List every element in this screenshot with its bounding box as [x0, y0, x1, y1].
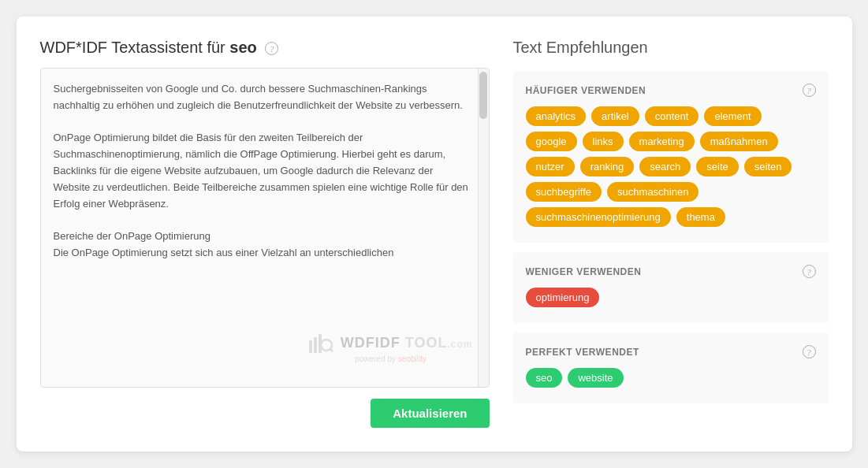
tag-nutzer[interactable]: nutzer [526, 157, 575, 176]
section-perfekt: PERFEKT VERWENDET ? seo website [513, 332, 829, 403]
tag-suchbegriffe[interactable]: suchbegriffe [526, 182, 602, 202]
tag-massnahmen[interactable]: maßnahmen [700, 132, 778, 151]
tag-optimierung[interactable]: optimierung [526, 288, 600, 307]
section-label-weniger: WENIGER VERWENDEN [526, 266, 642, 277]
section-weniger: WENIGER VERWENDEN ? optimierung [513, 252, 829, 323]
tag-thema[interactable]: thema [676, 207, 725, 227]
section-label-perfekt: PERFEKT VERWENDET [526, 347, 639, 358]
title-bold: seo [229, 39, 256, 56]
tag-analytics[interactable]: analytics [526, 106, 587, 126]
help-icon[interactable]: ? [265, 42, 278, 55]
title-prefix: WDF*IDF Textassistent für [40, 39, 230, 56]
tag-search[interactable]: search [639, 157, 691, 176]
tags-haeufiger: analytics artikel content element google… [526, 106, 816, 227]
tag-artikel[interactable]: artikel [591, 106, 639, 126]
tag-suchmaschinenoptimierung[interactable]: suchmaschinenoptimierung [526, 207, 671, 227]
help-icon-haeufiger[interactable]: ? [803, 84, 816, 97]
tag-content[interactable]: content [645, 106, 699, 126]
section-header-perfekt: PERFEKT VERWENDET ? [526, 345, 816, 358]
tag-marketing[interactable]: marketing [629, 132, 695, 151]
tag-seo[interactable]: seo [526, 368, 563, 388]
section-haeufiger: HÄUFIGER VERWENDEN ? analytics artikel c… [513, 71, 829, 243]
tag-website[interactable]: website [568, 368, 623, 388]
update-btn-wrapper: Aktualisieren [40, 399, 490, 428]
tags-perfekt: seo website [526, 368, 816, 388]
tag-seiten[interactable]: seiten [744, 157, 792, 176]
main-card: WDF*IDF Textassistent für seo ? Sucherge… [17, 17, 852, 451]
section-header-weniger: WENIGER VERWENDEN ? [526, 265, 816, 278]
right-panel: Text Empfehlungen HÄUFIGER VERWENDEN ? a… [513, 39, 829, 428]
tags-weniger: optimierung [526, 288, 816, 307]
tag-links[interactable]: links [583, 132, 624, 151]
content-textarea[interactable]: Suchergebnisseiten von Google und Co. du… [41, 69, 489, 384]
tag-suchmaschinen[interactable]: suchmaschinen [607, 182, 698, 202]
panel-title: WDF*IDF Textassistent für seo ? [40, 39, 490, 57]
help-icon-weniger[interactable]: ? [803, 265, 816, 278]
tag-element[interactable]: element [704, 106, 761, 126]
left-panel: WDF*IDF Textassistent für seo ? Sucherge… [40, 39, 490, 428]
tag-google[interactable]: google [526, 132, 577, 151]
scrollbar-indicator[interactable] [478, 69, 489, 387]
help-icon-perfekt[interactable]: ? [803, 345, 816, 358]
tag-seite[interactable]: seite [696, 157, 738, 176]
update-button[interactable]: Aktualisieren [371, 399, 489, 428]
section-header-haeufiger: HÄUFIGER VERWENDEN ? [526, 84, 816, 97]
tag-ranking[interactable]: ranking [580, 157, 635, 176]
section-label-haeufiger: HÄUFIGER VERWENDEN [526, 85, 646, 96]
right-panel-title: Text Empfehlungen [513, 39, 829, 57]
scrollbar-thumb [479, 72, 487, 119]
text-area-wrapper: Suchergebnisseiten von Google und Co. du… [40, 68, 490, 388]
